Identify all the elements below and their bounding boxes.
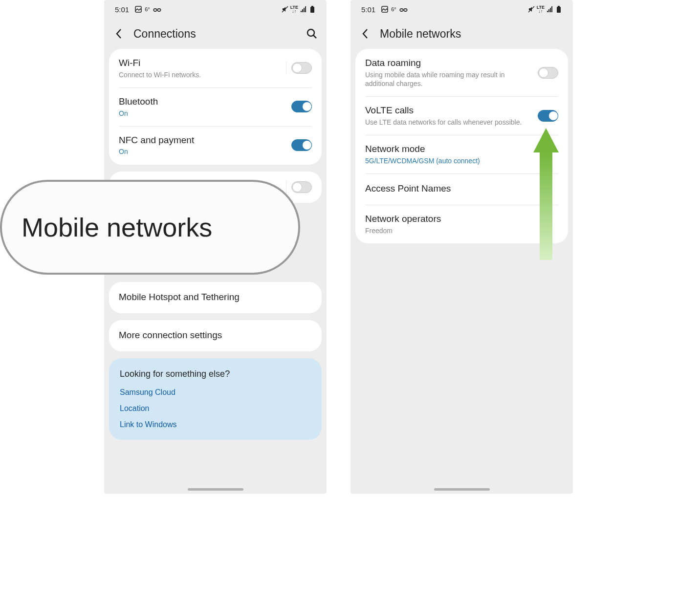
voicemail-icon: ᴑᴑ (399, 6, 407, 13)
row-subtitle: Using mobile data while roaming may resu… (365, 70, 533, 88)
svg-rect-12 (547, 11, 548, 12)
page-title: Mobile networks (380, 27, 564, 41)
svg-rect-7 (310, 7, 314, 13)
row-title: Mobile Hotspot and Tethering (119, 291, 312, 303)
svg-rect-2 (301, 11, 302, 12)
row-title: Network operators (365, 213, 558, 225)
svg-rect-16 (558, 6, 560, 7)
status-bar: 5:01 6° ᴑᴑ LTE↓↑ (104, 0, 327, 19)
nav-handle[interactable] (188, 488, 243, 491)
row-subtitle: Connect to Wi-Fi networks. (119, 70, 281, 79)
weather-temp: 6° (145, 6, 150, 12)
toggle-divider (286, 62, 286, 74)
battery-icon (555, 6, 562, 13)
toggle-switch[interactable] (291, 139, 312, 151)
mute-icon (282, 6, 288, 13)
svg-rect-6 (311, 6, 313, 7)
clock: 5:01 (115, 5, 129, 14)
network-lte: LTE↓↑ (537, 5, 545, 13)
callout-label: Mobile networks (22, 212, 212, 242)
s1g1-row-1[interactable]: BluetoothOn (109, 87, 322, 126)
row-title: Wi-Fi (119, 57, 281, 69)
image-icon (135, 6, 142, 13)
s2g1-row-0[interactable]: Data roamingUsing mobile data while roam… (355, 49, 568, 96)
app-bar: Connections (104, 19, 327, 49)
row-title: Network mode (365, 143, 558, 155)
toggle-switch[interactable] (538, 110, 558, 122)
row-subtitle: Freedom (365, 226, 558, 235)
row-title: VoLTE calls (365, 105, 533, 117)
suggestion-link-0[interactable]: Samsung Cloud (120, 388, 311, 397)
annotation-arrow (533, 128, 559, 260)
row-subtitle: On (119, 147, 286, 156)
suggestion-link-1[interactable]: Location (120, 404, 311, 413)
back-button[interactable] (113, 28, 125, 40)
signal-icon (300, 6, 307, 13)
svg-rect-17 (557, 7, 561, 13)
svg-rect-14 (550, 8, 551, 12)
back-button[interactable] (359, 28, 371, 40)
weather-temp: 6° (391, 6, 396, 12)
row-title: Access Point Names (365, 183, 558, 195)
svg-point-8 (307, 29, 314, 36)
mute-icon (528, 6, 535, 13)
row-title: Data roaming (365, 57, 533, 69)
clock: 5:01 (361, 5, 375, 14)
app-bar: Mobile networks (350, 19, 573, 49)
toggle-divider (286, 181, 286, 194)
row-title: Bluetooth (119, 96, 286, 108)
svg-rect-13 (548, 9, 549, 12)
search-button[interactable] (306, 28, 318, 40)
row-title: More connection settings (119, 329, 312, 342)
svg-rect-5 (305, 6, 306, 12)
toggle-switch[interactable] (291, 62, 312, 74)
toggle-switch[interactable] (291, 181, 312, 193)
svg-line-9 (313, 35, 316, 38)
network-lte: LTE↓↑ (290, 5, 298, 13)
s1g3-row-0[interactable]: Mobile Hotspot and Tethering (109, 282, 322, 313)
suggestion-link-2[interactable]: Link to Windows (120, 420, 311, 429)
image-icon (381, 6, 388, 13)
row-subtitle: Use LTE data networks for calls whenever… (365, 118, 533, 127)
nav-handle[interactable] (434, 488, 490, 491)
svg-rect-4 (304, 8, 305, 12)
battery-icon (309, 6, 316, 13)
callout-mobile-networks: Mobile networks (0, 180, 300, 275)
signal-icon (547, 6, 553, 13)
suggestions-card: Looking for something else? Samsung Clou… (109, 358, 322, 440)
svg-rect-15 (551, 6, 552, 12)
row-subtitle: 5G/LTE/WCDMA/GSM (auto connect) (365, 156, 558, 165)
row-subtitle: On (119, 109, 286, 118)
voicemail-icon: ᴑᴑ (153, 6, 161, 13)
status-bar: 5:01 6° ᴑᴑ LTE↓↑ (350, 0, 573, 19)
s1g4-row-0[interactable]: More connection settings (109, 320, 322, 351)
s1g1-row-2[interactable]: NFC and paymentOn (109, 126, 322, 165)
page-title: Connections (133, 27, 297, 41)
suggestions-heading: Looking for something else? (120, 369, 311, 379)
svg-rect-3 (302, 9, 303, 12)
toggle-switch[interactable] (538, 67, 558, 79)
s1g1-row-0[interactable]: Wi-FiConnect to Wi-Fi networks. (109, 49, 322, 87)
toggle-switch[interactable] (291, 101, 312, 112)
row-title: NFC and payment (119, 134, 286, 147)
